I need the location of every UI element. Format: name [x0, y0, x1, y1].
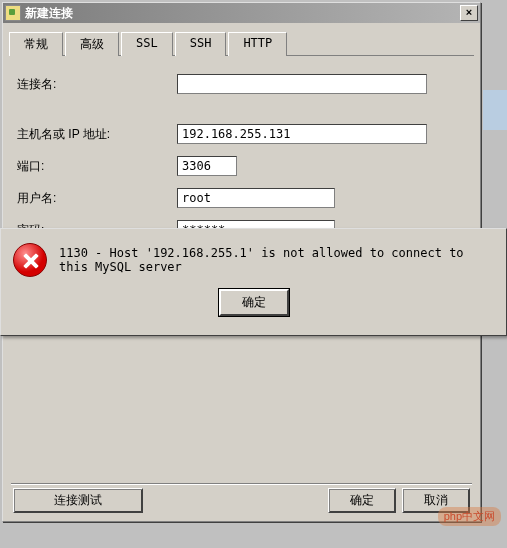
- ok-button[interactable]: 确定: [328, 488, 396, 513]
- separator: [11, 483, 472, 485]
- user-label: 用户名:: [17, 190, 177, 207]
- host-input[interactable]: [177, 124, 427, 144]
- tab-ssl[interactable]: SSL: [121, 32, 173, 56]
- error-dialog: 1130 - Host '192.168.255.1' is not allow…: [0, 228, 507, 336]
- titlebar: 新建连接 ×: [3, 3, 480, 23]
- test-connection-button[interactable]: 连接测试: [13, 488, 143, 513]
- tab-advanced[interactable]: 高级: [65, 32, 119, 56]
- tab-bar: 常规 高级 SSL SSH HTTP: [9, 31, 474, 56]
- user-input[interactable]: [177, 188, 335, 208]
- tab-http[interactable]: HTTP: [228, 32, 287, 56]
- tab-ssh[interactable]: SSH: [175, 32, 227, 56]
- close-icon[interactable]: ×: [460, 5, 478, 21]
- app-icon: [5, 5, 21, 21]
- background-strip: [483, 90, 507, 130]
- connection-name-input[interactable]: [177, 74, 427, 94]
- port-label: 端口:: [17, 158, 177, 175]
- watermark: php中文网: [438, 507, 501, 526]
- bottom-bar: 连接测试 确定 取消: [13, 488, 470, 513]
- host-label: 主机名或 IP 地址:: [17, 126, 177, 143]
- error-ok-button[interactable]: 确定: [219, 289, 289, 316]
- tab-general[interactable]: 常规: [9, 32, 63, 56]
- connection-name-label: 连接名:: [17, 76, 177, 93]
- error-icon: [13, 243, 47, 277]
- window-title: 新建连接: [25, 5, 460, 22]
- error-message: 1130 - Host '192.168.255.1' is not allow…: [59, 246, 494, 274]
- port-input[interactable]: [177, 156, 237, 176]
